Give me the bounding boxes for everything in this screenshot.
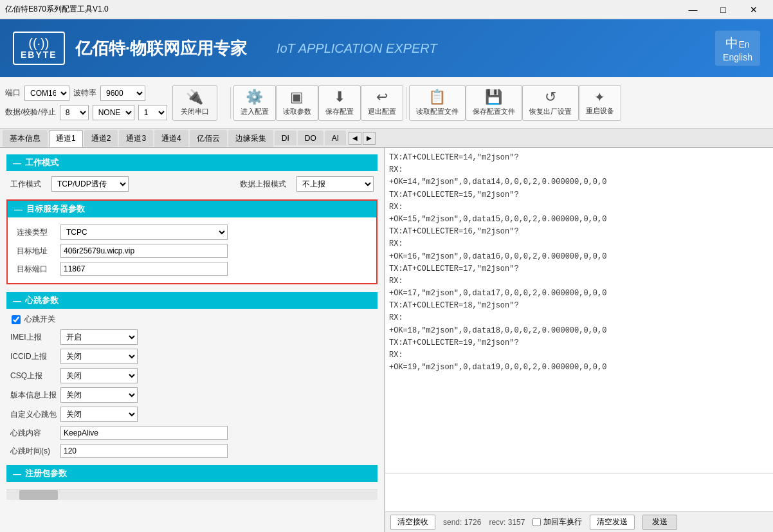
target-server-section: — 目标服务器参数 连接类型 TCPC 目标地址 目标端口 [6,199,377,284]
read-file-label: 读取配置文件 [416,107,459,116]
heartbeat-content-row: 心跳内容 [6,424,377,442]
custom-heartbeat-select[interactable]: 关闭 [60,407,138,422]
log-entry: +OK=19,"m2json",0,data19,0,0,0,2,0.00000… [389,362,769,374]
save-config-button[interactable]: ⬇ 保存配置 [318,85,361,121]
conn-type-select[interactable]: TCPC [60,225,228,240]
tab-channel4[interactable]: 通道4 [154,130,188,147]
port-select[interactable]: COM16 [24,86,69,101]
log-entry: RX: [389,349,769,362]
read-params-button[interactable]: ▣ 读取参数 [276,85,318,121]
target-addr-input[interactable] [60,244,228,258]
read-file-button[interactable]: 📋 读取配置文件 [409,85,466,121]
target-server-header: — 目标服务器参数 [8,201,376,217]
data-select[interactable]: 8 [60,105,89,120]
clear-send-button[interactable]: 清空发送 [590,515,635,530]
register-section: — 注册包参数 [6,465,377,484]
heartbeat-content-label: 心跳内容 [10,428,55,439]
title-bar: 亿佰特E870系列配置工具V1.0 — □ ✕ [0,0,773,19]
read-params-icon: ▣ [290,89,304,105]
version-row: 版本信息上报 关闭 [6,385,377,405]
version-select[interactable]: 关闭 [60,387,138,403]
heartbeat-time-input[interactable] [60,444,228,458]
tab-yibai-cloud[interactable]: 亿佰云 [190,130,227,147]
tab-bar: 基本信息 通道1 通道2 通道3 通道4 亿佰云 边缘采集 DI DO AI ◀… [0,129,773,148]
tab-scroll-left[interactable]: ◀ [349,132,361,145]
work-mode-select[interactable]: TCP/UDP透传 [51,176,129,192]
app-header: ((·)) EBYTE 亿佰特·物联网应用专家 IoT APPLICATION … [0,19,773,77]
status-bar: 清空接收 send: 1726 recv: 3157 加回车换行 清空发送 发送 [385,511,773,532]
work-mode-header-label: 工作模式 [25,157,59,169]
tab-channel1[interactable]: 通道1 [49,130,83,147]
brand-name: 亿佰特·物联网应用专家 [75,37,247,60]
newline-text: 加回车换行 [543,517,582,527]
close-port-button[interactable]: 🔌 关闭串口 [172,85,217,121]
left-panel-hscrollbar[interactable] [6,490,377,500]
work-mode-header: — 工作模式 [6,154,377,171]
restore-button[interactable]: ↺ 恢复出厂设置 [522,85,579,121]
log-entry: TX:AT+COLLECTER=19,"m2json"? [389,337,769,349]
save-file-button[interactable]: 💾 保存配置文件 [466,85,522,121]
verify-select[interactable]: NONE [93,105,134,120]
target-port-input[interactable] [60,262,228,276]
save-config-icon: ⬇ [334,89,345,105]
tab-basic-info[interactable]: 基本信息 [3,130,48,147]
tab-edge-collect[interactable]: 边缘采集 [228,130,273,147]
restart-button[interactable]: ✦ 重启设备 [579,85,621,121]
save-config-label: 保存配置 [325,107,354,116]
imei-select[interactable]: 开启 [60,329,138,345]
logo-box: ((·)) EBYTE [13,32,65,65]
send-textarea[interactable] [385,473,773,511]
iot-slogan: IoT APPLICATION EXPERT [277,41,437,56]
toolbar-separator-2 [406,87,406,119]
imei-row: IMEI上报 开启 [6,327,377,347]
toolbar: 端口 COM16 波特率 9600 数据/校验/停止 8 NONE 1 🔌 关闭… [0,77,773,129]
exit-config-icon: ↩ [376,89,388,105]
conn-type-row: 连接类型 TCPC [13,223,371,242]
heartbeat-section: — 心跳参数 心跳开关 IMEI上报 开启 ICCID上报 关闭 [6,292,377,460]
newline-checkbox[interactable] [532,518,541,526]
language-button[interactable]: 中En English [715,31,760,66]
iccid-label: ICCID上报 [10,351,55,362]
window-title: 亿佰特E870系列配置工具V1.0 [5,4,678,15]
exit-config-button[interactable]: ↩ 退出配置 [361,85,403,121]
data-label: 数据/校验/停止 [5,107,56,118]
read-params-label: 读取参数 [283,107,311,116]
log-entry: RX: [389,275,769,288]
baud-select[interactable]: 9600 [100,86,145,101]
tab-do[interactable]: DO [298,131,323,145]
enter-config-button[interactable]: ⚙️ 进入配置 [233,85,276,121]
log-entry: +OK=17,"m2json",0,data17,0,0,0,2,0.00000… [389,288,769,300]
save-file-label: 保存配置文件 [473,107,515,116]
logo-area: ((·)) EBYTE 亿佰特·物联网应用专家 IoT APPLICATION … [13,32,437,65]
tab-channel3[interactable]: 通道3 [119,130,153,147]
maximize-button[interactable]: □ [709,0,738,19]
target-server-header-label: 目标服务器参数 [26,203,85,215]
send-count: send: 1726 [443,518,481,527]
clear-recv-button[interactable]: 清空接收 [390,515,435,530]
heartbeat-content-input[interactable] [60,426,228,440]
log-entry: RX: [389,201,769,214]
heartbeat-switch-checkbox[interactable] [12,315,21,324]
tab-ai[interactable]: AI [325,131,346,145]
data-report-select[interactable]: 不上报 [296,176,374,192]
log-entry: TX:AT+COLLECTER=18,"m2json"? [389,300,769,312]
stop-select[interactable]: 1 [138,105,167,120]
iccid-select[interactable]: 关闭 [60,349,138,364]
newline-label: 加回车换行 [532,517,582,527]
csq-row: CSQ上报 关闭 [6,366,377,385]
recv-count: recv: 3157 [489,518,525,527]
send-button[interactable]: 发送 [642,515,677,530]
right-panel: TX:AT+COLLECTER=14,"m2json"?RX:+OK=14,"m… [385,148,773,532]
target-port-row: 目标端口 [13,260,371,278]
target-addr-label: 目标地址 [17,246,55,257]
tab-di[interactable]: DI [275,131,296,145]
logo-ebyte: EBYTE [21,50,57,60]
minimize-button[interactable]: — [678,0,707,19]
close-button[interactable]: ✕ [739,0,768,19]
tab-scroll-right[interactable]: ▶ [363,132,376,145]
tab-channel2[interactable]: 通道2 [84,130,118,147]
toolbar-separator-1 [230,87,231,119]
csq-select[interactable]: 关闭 [60,368,138,383]
work-mode-row: 工作模式 TCP/UDP透传 数据上报模式 不上报 [6,174,377,194]
restart-label: 重启设备 [586,106,614,116]
